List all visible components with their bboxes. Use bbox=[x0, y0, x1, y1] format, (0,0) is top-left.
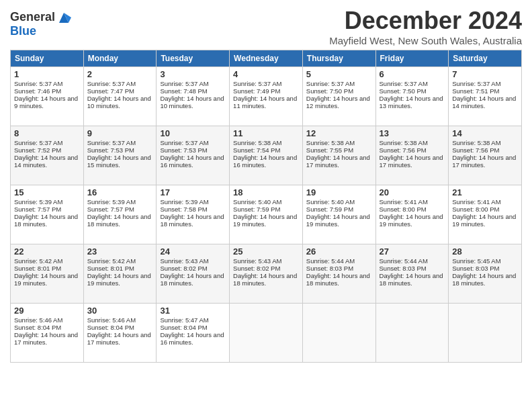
sunrise: Sunrise: 5:43 AM bbox=[233, 257, 281, 265]
daylight: Daylight: 14 hours and 12 minutes. bbox=[306, 95, 370, 109]
day-cell: 28 Sunrise: 5:45 AM Sunset: 8:03 PM Dayl… bbox=[449, 244, 522, 304]
daylight: Daylight: 14 hours and 10 minutes. bbox=[87, 95, 151, 109]
col-monday: Monday bbox=[83, 50, 157, 67]
col-tuesday: Tuesday bbox=[157, 50, 230, 67]
sunset: Sunset: 7:54 PM bbox=[233, 146, 280, 154]
daylight: Daylight: 14 hours and 17 minutes. bbox=[306, 154, 370, 169]
sunrise: Sunrise: 5:45 AM bbox=[452, 257, 500, 265]
day-number: 6 bbox=[380, 69, 445, 79]
sunrise: Sunrise: 5:37 AM bbox=[160, 139, 208, 146]
day-cell: 22 Sunrise: 5:42 AM Sunset: 8:01 PM Dayl… bbox=[11, 244, 84, 304]
sunrise: Sunrise: 5:42 AM bbox=[87, 257, 136, 265]
calendar-row: 1 Sunrise: 5:37 AM Sunset: 7:46 PM Dayli… bbox=[11, 67, 522, 126]
day-number: 8 bbox=[14, 128, 80, 138]
empty-cell bbox=[375, 304, 449, 363]
logo-blue-text: Blue bbox=[10, 24, 71, 38]
calendar-row: 29 Sunrise: 5:46 AM Sunset: 8:04 PM Dayl… bbox=[11, 304, 522, 363]
day-number: 29 bbox=[14, 306, 80, 316]
sunset: Sunset: 7:50 PM bbox=[380, 87, 427, 95]
sunrise: Sunrise: 5:37 AM bbox=[160, 80, 208, 87]
day-number: 4 bbox=[233, 69, 299, 79]
day-number: 5 bbox=[306, 69, 372, 79]
sunrise: Sunrise: 5:37 AM bbox=[452, 80, 500, 87]
daylight: Daylight: 14 hours and 19 minutes. bbox=[87, 272, 151, 287]
sunrise: Sunrise: 5:40 AM bbox=[306, 198, 355, 205]
daylight: Daylight: 14 hours and 16 minutes. bbox=[160, 331, 224, 346]
day-cell: 18 Sunrise: 5:40 AM Sunset: 7:59 PM Dayl… bbox=[230, 185, 303, 244]
col-friday: Friday bbox=[375, 50, 449, 67]
sunrise: Sunrise: 5:39 AM bbox=[87, 198, 136, 205]
day-number: 24 bbox=[160, 246, 226, 257]
day-number: 27 bbox=[380, 246, 445, 257]
daylight: Daylight: 14 hours and 14 minutes. bbox=[452, 95, 516, 109]
sunset: Sunset: 8:04 PM bbox=[87, 324, 134, 331]
day-cell: 25 Sunrise: 5:43 AM Sunset: 8:02 PM Dayl… bbox=[230, 244, 303, 304]
sunset: Sunset: 7:58 PM bbox=[160, 205, 207, 213]
day-number: 16 bbox=[87, 187, 153, 197]
daylight: Daylight: 14 hours and 11 minutes. bbox=[233, 95, 297, 109]
sunrise: Sunrise: 5:37 AM bbox=[233, 80, 281, 87]
day-number: 28 bbox=[452, 246, 518, 257]
day-cell: 12 Sunrise: 5:38 AM Sunset: 7:55 PM Dayl… bbox=[302, 126, 375, 185]
sunrise: Sunrise: 5:41 AM bbox=[452, 198, 500, 205]
daylight: Daylight: 14 hours and 17 minutes. bbox=[14, 331, 78, 346]
header-row: Sunday Monday Tuesday Wednesday Thursday… bbox=[11, 50, 522, 67]
col-thursday: Thursday bbox=[302, 50, 375, 67]
day-cell: 2 Sunrise: 5:37 AM Sunset: 7:47 PM Dayli… bbox=[83, 67, 157, 126]
month-title: December 2024 bbox=[329, 7, 522, 35]
sunset: Sunset: 7:53 PM bbox=[87, 146, 134, 154]
col-wednesday: Wednesday bbox=[230, 50, 303, 67]
day-number: 19 bbox=[306, 187, 372, 197]
day-cell: 5 Sunrise: 5:37 AM Sunset: 7:50 PM Dayli… bbox=[302, 67, 375, 126]
sunrise: Sunrise: 5:38 AM bbox=[306, 139, 355, 146]
sunrise: Sunrise: 5:47 AM bbox=[160, 316, 208, 324]
daylight: Daylight: 14 hours and 19 minutes. bbox=[380, 213, 443, 228]
day-cell: 4 Sunrise: 5:37 AM Sunset: 7:49 PM Dayli… bbox=[230, 67, 303, 126]
sunrise: Sunrise: 5:44 AM bbox=[380, 257, 428, 265]
day-cell: 23 Sunrise: 5:42 AM Sunset: 8:01 PM Dayl… bbox=[83, 244, 157, 304]
sunrise: Sunrise: 5:44 AM bbox=[306, 257, 355, 265]
sunrise: Sunrise: 5:38 AM bbox=[233, 139, 281, 146]
day-cell: 8 Sunrise: 5:37 AM Sunset: 7:52 PM Dayli… bbox=[11, 126, 84, 185]
sunset: Sunset: 8:04 PM bbox=[160, 324, 207, 331]
day-number: 15 bbox=[14, 187, 80, 197]
daylight: Daylight: 14 hours and 19 minutes. bbox=[452, 213, 516, 228]
day-cell: 14 Sunrise: 5:38 AM Sunset: 7:56 PM Dayl… bbox=[449, 126, 522, 185]
day-number: 21 bbox=[452, 187, 518, 197]
logo-general-text: General bbox=[10, 10, 55, 24]
day-number: 20 bbox=[380, 187, 445, 197]
daylight: Daylight: 14 hours and 17 minutes. bbox=[87, 331, 151, 346]
sunrise: Sunrise: 5:37 AM bbox=[14, 139, 62, 146]
sunrise: Sunrise: 5:46 AM bbox=[87, 316, 136, 324]
sunrise: Sunrise: 5:41 AM bbox=[380, 198, 428, 205]
day-number: 17 bbox=[160, 187, 226, 197]
daylight: Daylight: 14 hours and 18 minutes. bbox=[306, 272, 370, 287]
daylight: Daylight: 14 hours and 18 minutes. bbox=[87, 213, 151, 228]
day-number: 2 bbox=[87, 69, 153, 79]
calendar: Sunday Monday Tuesday Wednesday Thursday… bbox=[10, 50, 522, 363]
sunset: Sunset: 7:56 PM bbox=[380, 146, 427, 154]
sunset: Sunset: 7:48 PM bbox=[160, 87, 207, 95]
daylight: Daylight: 14 hours and 18 minutes. bbox=[160, 272, 224, 287]
sunrise: Sunrise: 5:37 AM bbox=[14, 80, 62, 87]
sunset: Sunset: 7:49 PM bbox=[233, 87, 280, 95]
day-cell: 10 Sunrise: 5:37 AM Sunset: 7:53 PM Dayl… bbox=[157, 126, 230, 185]
daylight: Daylight: 14 hours and 17 minutes. bbox=[380, 154, 443, 169]
daylight: Daylight: 14 hours and 19 minutes. bbox=[233, 213, 297, 228]
day-number: 31 bbox=[160, 306, 226, 316]
day-cell: 31 Sunrise: 5:47 AM Sunset: 8:04 PM Dayl… bbox=[157, 304, 230, 363]
sunrise: Sunrise: 5:38 AM bbox=[380, 139, 428, 146]
sunrise: Sunrise: 5:46 AM bbox=[14, 316, 62, 324]
day-cell: 11 Sunrise: 5:38 AM Sunset: 7:54 PM Dayl… bbox=[230, 126, 303, 185]
day-cell: 27 Sunrise: 5:44 AM Sunset: 8:03 PM Dayl… bbox=[375, 244, 449, 304]
day-number: 18 bbox=[233, 187, 299, 197]
sunset: Sunset: 8:00 PM bbox=[452, 205, 499, 213]
daylight: Daylight: 14 hours and 18 minutes. bbox=[380, 272, 443, 287]
day-number: 26 bbox=[306, 246, 372, 257]
day-cell: 20 Sunrise: 5:41 AM Sunset: 8:00 PM Dayl… bbox=[375, 185, 449, 244]
daylight: Daylight: 14 hours and 19 minutes. bbox=[14, 272, 78, 287]
day-cell: 9 Sunrise: 5:37 AM Sunset: 7:53 PM Dayli… bbox=[83, 126, 157, 185]
sunset: Sunset: 7:57 PM bbox=[14, 205, 61, 213]
day-cell: 13 Sunrise: 5:38 AM Sunset: 7:56 PM Dayl… bbox=[375, 126, 449, 185]
day-number: 30 bbox=[87, 306, 153, 316]
